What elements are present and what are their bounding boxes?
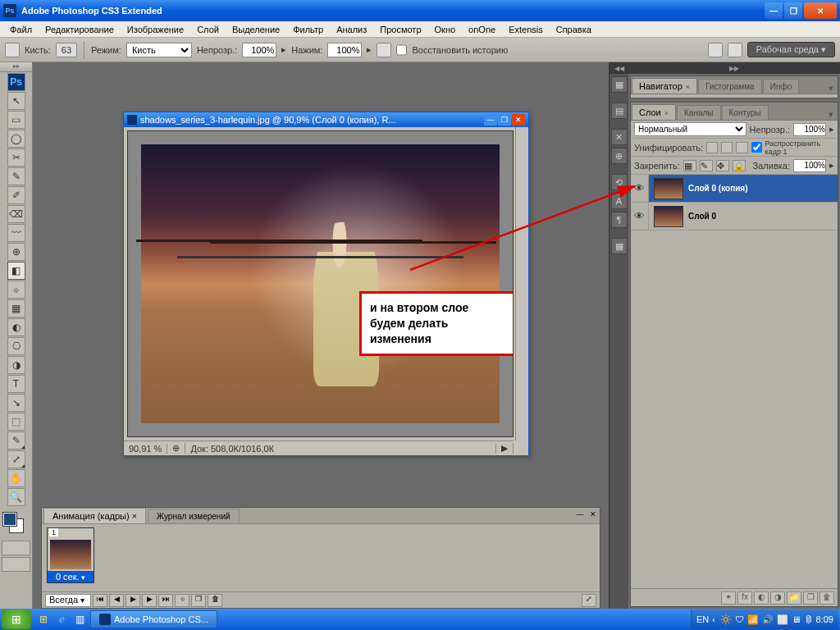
panel-minimize-icon[interactable]: — bbox=[574, 510, 586, 522]
menu-layer[interactable]: Слой bbox=[190, 23, 226, 36]
airbrush-icon[interactable] bbox=[377, 43, 391, 57]
doc-icon[interactable] bbox=[708, 43, 723, 57]
blur-tool[interactable]: ◐ bbox=[7, 318, 25, 336]
prev-frame-button[interactable]: ◀ bbox=[109, 594, 124, 607]
bridge-icon[interactable] bbox=[728, 43, 742, 57]
toolbox-header[interactable]: ▸▸ bbox=[0, 62, 32, 72]
workspace-dropdown[interactable]: Рабочая среда ▾ bbox=[747, 42, 835, 57]
minimize-button[interactable]: — bbox=[765, 2, 783, 19]
quicklaunch-tc[interactable]: ⊞ bbox=[35, 611, 52, 628]
blend-mode-select[interactable]: Нормальный bbox=[634, 122, 746, 136]
move-tool[interactable]: ↖ bbox=[7, 92, 25, 110]
dock-palette-icon[interactable]: ▦ bbox=[611, 76, 628, 93]
shape-tool[interactable]: ⬚ bbox=[7, 413, 25, 431]
tab-measurement-log[interactable]: Журнал измерений bbox=[148, 509, 240, 523]
first-frame-button[interactable]: ⏮ bbox=[93, 594, 107, 607]
lock-pixels-icon[interactable]: ✎ bbox=[700, 160, 713, 171]
timeline-mode-button[interactable]: ⤢ bbox=[582, 594, 596, 607]
menu-file[interactable]: Файл bbox=[3, 23, 39, 36]
visibility-icon[interactable]: 👁 bbox=[631, 203, 649, 230]
screen-mode-button[interactable] bbox=[2, 557, 30, 572]
layer-opacity-input[interactable] bbox=[793, 123, 826, 136]
frame-1[interactable]: 1 0 сек. ▾ bbox=[47, 527, 94, 583]
path-tool[interactable]: ↘ bbox=[7, 394, 25, 412]
play-button[interactable]: ▶ bbox=[126, 594, 140, 607]
layer-style-icon[interactable]: fx bbox=[737, 591, 752, 605]
panel-close-icon[interactable]: ✕ bbox=[587, 510, 599, 522]
menu-image[interactable]: Изображение bbox=[121, 23, 190, 36]
tray-icon[interactable]: 🔆 bbox=[720, 614, 732, 625]
layer-thumbnail[interactable] bbox=[654, 178, 683, 199]
start-button[interactable]: ⊞ bbox=[2, 609, 31, 629]
slice-tool[interactable]: ✐ bbox=[7, 186, 25, 204]
tab-info[interactable]: Инфо bbox=[763, 79, 800, 94]
doc-maximize-button[interactable]: ❐ bbox=[498, 114, 511, 126]
zoom-level[interactable]: 90,91 % bbox=[124, 444, 167, 454]
type-tool[interactable]: T bbox=[7, 375, 25, 393]
dodge-tool[interactable]: ⎔ bbox=[7, 337, 25, 355]
marquee-tool[interactable]: ▭ bbox=[7, 111, 25, 129]
tab-histogram[interactable]: Гистограмма bbox=[698, 79, 762, 94]
notes-tool[interactable]: ✎ bbox=[7, 431, 25, 450]
opacity-arrow-icon[interactable]: ▸ bbox=[281, 44, 286, 55]
menu-extensis[interactable]: Extensis bbox=[502, 23, 550, 36]
history-checkbox[interactable] bbox=[396, 43, 407, 57]
menu-edit[interactable]: Редактирование bbox=[39, 23, 121, 36]
layer-name[interactable]: Слой 0 (копия) bbox=[688, 184, 747, 193]
new-frame-button[interactable]: ❐ bbox=[191, 594, 206, 607]
visibility-icon[interactable]: 👁 bbox=[631, 175, 649, 202]
fill-input[interactable] bbox=[793, 159, 826, 172]
menu-window[interactable]: Окно bbox=[428, 23, 463, 36]
lock-all-icon[interactable]: 🔒 bbox=[733, 160, 746, 171]
clock[interactable]: 8:09 bbox=[816, 614, 833, 624]
dock-actions-icon[interactable]: ▦ bbox=[611, 238, 628, 254]
quicklaunch-desktop[interactable]: ▥ bbox=[71, 611, 88, 628]
status-icon[interactable]: ⊕ bbox=[167, 443, 185, 454]
mode-select[interactable]: Кисть bbox=[126, 43, 192, 57]
dock-char-icon[interactable]: A bbox=[611, 193, 628, 209]
tray-icon[interactable]: 🖥 bbox=[792, 614, 801, 624]
standard-mode-button[interactable] bbox=[2, 541, 30, 555]
zoom-tool[interactable]: 🔍 bbox=[7, 488, 25, 506]
layer-name[interactable]: Слой 0 bbox=[688, 212, 716, 221]
unify-pos-icon[interactable] bbox=[706, 142, 718, 153]
eyedropper-tool[interactable]: ⤢ bbox=[7, 450, 25, 468]
unify-style-icon[interactable] bbox=[736, 142, 747, 153]
document-titlebar[interactable]: shadows_series_3-harlequin.jpg @ 90,9% (… bbox=[124, 112, 528, 127]
panel-menu-icon[interactable]: ▾ bbox=[824, 109, 838, 120]
dock-history-icon[interactable]: ⟲ bbox=[611, 174, 628, 190]
lock-trans-icon[interactable]: ▦ bbox=[683, 160, 696, 171]
flow-input[interactable] bbox=[327, 43, 362, 57]
last-frame-button[interactable]: ⏭ bbox=[158, 594, 173, 607]
hand-tool[interactable]: ✋ bbox=[7, 469, 25, 487]
tray-icon[interactable]: 📶 bbox=[747, 614, 759, 625]
tray-icon[interactable]: ⬜ bbox=[777, 614, 788, 625]
heal-tool[interactable]: ⌫ bbox=[7, 205, 25, 223]
tab-channels[interactable]: Каналы bbox=[677, 105, 721, 120]
doc-close-button[interactable]: ✕ bbox=[512, 114, 525, 126]
tab-animation[interactable]: Анимация (кадры) × bbox=[43, 508, 146, 523]
menu-select[interactable]: Выделение bbox=[226, 23, 286, 36]
group-icon[interactable]: 📁 bbox=[787, 591, 801, 605]
maximize-button[interactable]: ❐ bbox=[784, 2, 802, 19]
lock-pos-icon[interactable]: ✥ bbox=[716, 160, 729, 171]
delete-layer-icon[interactable]: 🗑 bbox=[819, 591, 834, 605]
tray-volume-icon[interactable]: 🔊 bbox=[762, 614, 774, 625]
menu-filter[interactable]: Фильтр bbox=[286, 23, 330, 36]
stamp-tool[interactable]: ⊕ bbox=[7, 243, 25, 261]
loop-dropdown[interactable]: Всегда ▾ bbox=[45, 594, 91, 607]
doc-minimize-button[interactable]: — bbox=[484, 114, 497, 126]
taskbar-app-photoshop[interactable]: Adobe Photoshop CS... bbox=[90, 610, 217, 628]
language-indicator[interactable]: EN bbox=[696, 614, 709, 624]
unify-vis-icon[interactable] bbox=[721, 142, 733, 153]
menu-onone[interactable]: onOne bbox=[462, 23, 502, 36]
status-arrow-icon[interactable]: ▶ bbox=[496, 443, 514, 454]
eraser-tool[interactable]: ⟐ bbox=[7, 281, 25, 299]
panel-collapse-icon[interactable]: ▶▶ bbox=[628, 62, 840, 74]
link-layers-icon[interactable]: ⚭ bbox=[721, 591, 736, 605]
layer-thumbnail[interactable] bbox=[654, 206, 683, 227]
doc-size[interactable]: Док: 508,0К/1016,0К bbox=[185, 444, 496, 454]
adjustment-layer-icon[interactable]: ◑ bbox=[770, 591, 785, 605]
menu-analysis[interactable]: Анализ bbox=[330, 23, 373, 36]
tab-navigator[interactable]: Навигатор× bbox=[632, 78, 697, 94]
